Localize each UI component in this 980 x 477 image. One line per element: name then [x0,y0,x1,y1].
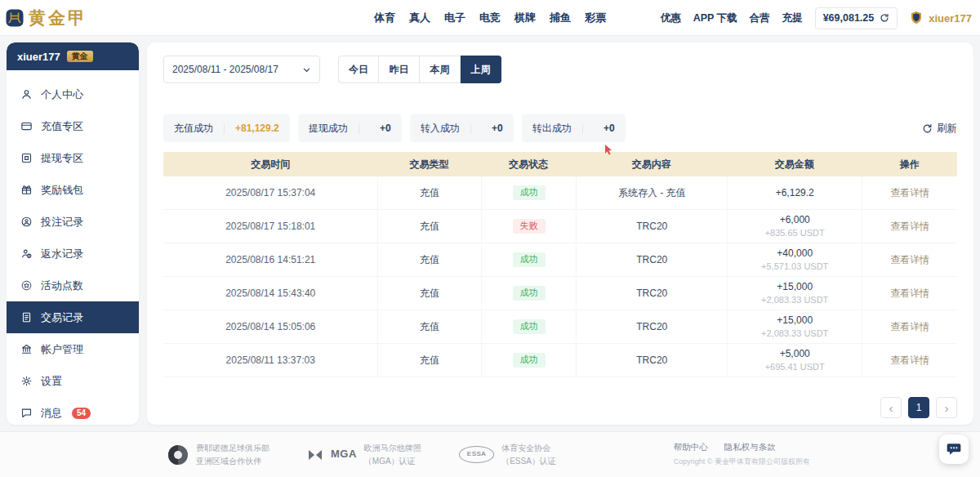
brand-logo[interactable]: 黄金甲 [5,7,87,29]
sidebar-item-messages[interactable]: 消息 54 [7,397,139,425]
nav-item-live-casino[interactable]: 真人 [409,11,430,25]
col-action: 操作 [862,158,957,172]
sidebar-item-account-management[interactable]: 帐户管理 [7,333,139,365]
sidebar-item-withdraw[interactable]: 提现专区 [7,142,139,174]
status-badge: 失败 [513,219,546,234]
cell-time: 2025/08/17 15:37:04 [163,176,377,209]
points-star-icon [20,279,33,292]
cell-amount: +6,129.2 [776,186,814,199]
gift-icon [20,184,33,196]
sidebar-item-activity-points[interactable]: 活动点数 [7,270,139,301]
sidebar-item-bet-records[interactable]: 投注记录 [7,206,139,238]
transaction-doc-icon [20,311,33,323]
copyright-text: Copyright © 黄金甲体育有限公司版权所有 [674,457,810,467]
link-app-download[interactable]: APP 下载 [693,11,737,25]
page-number-button[interactable]: 1 [908,397,929,418]
sidebar-item-rebate-records[interactable]: 返水记录 [7,238,139,270]
header-right: 优惠 APP 下载 合营 充提 ¥69,081.25 xiuer177 [661,0,972,36]
nav-item-fishing[interactable]: 捕鱼 [550,11,571,25]
view-details-link[interactable]: 查看详情 [890,354,929,368]
link-promotions[interactable]: 优惠 [661,11,681,25]
next-page-button[interactable]: › [936,397,957,418]
summary-transfer-in-success: 转入成功 +0 [410,114,514,142]
page-footer: 费耶诺德足球俱乐部 亚洲区域合作伙伴 MGA 欧洲马尔他牌照 （MGA）认证 E… [0,431,980,477]
customer-service-button[interactable] [939,435,969,464]
link-partnership[interactable]: 合营 [750,11,770,25]
status-badge: 成功 [513,319,546,334]
sidebar-item-label: 提现专区 [41,151,83,166]
tab-last-week[interactable]: 上周 [461,56,501,83]
view-details-link[interactable]: 查看详情 [890,220,929,234]
divider [582,123,583,134]
nav-item-slots[interactable]: 电子 [444,11,466,25]
table-row: 2025/08/14 15:43:40 充值 成功 TRC20 +15,000+… [163,277,957,310]
sidebar-item-label: 个人中心 [41,87,83,102]
rebate-icon [20,247,33,260]
view-details-link[interactable]: 查看详情 [890,287,929,301]
cell-type: 充值 [377,277,480,310]
refresh-button[interactable]: 刷新 [922,122,957,136]
divider [224,123,225,134]
status-badge: 成功 [513,353,546,368]
top-header: 黄金甲 体育 真人 电子 电竞 棋牌 捕鱼 彩票 优惠 APP 下载 合营 充提… [0,0,980,36]
nav-item-lottery[interactable]: 彩票 [585,11,606,25]
cell-time: 2025/08/17 15:18:01 [163,210,377,243]
tab-today[interactable]: 今日 [338,56,379,83]
col-time: 交易时间 [163,158,377,172]
balance-amount: ¥69,081.25 [823,12,875,24]
summary-label: 提现成功 [309,122,348,136]
sidebar-item-reward-wallet[interactable]: 奖励钱包 [7,174,139,206]
nav-item-chess[interactable]: 棋牌 [514,11,536,25]
unread-count-badge: 54 [72,408,91,419]
privacy-terms-link[interactable]: 隐私权与条款 [724,442,776,453]
cell-amount: +15,000 [777,280,813,293]
sidebar-item-deposit[interactable]: 充值专区 [7,110,139,142]
mga-logo-icon [307,448,323,461]
balance-box[interactable]: ¥69,081.25 [815,7,898,29]
sidebar-username: xiuer177 [17,51,60,63]
tab-yesterday[interactable]: 昨日 [379,56,420,83]
divider [470,123,471,134]
sidebar-menu: 个人中心 充值专区 提现专区 奖励钱包 投注记录 返水记录 活动点数 [7,70,139,425]
sidebar-item-transaction-records[interactable]: 交易记录 [7,301,139,333]
gear-icon [20,375,33,387]
cell-time: 2025/08/11 13:37:03 [163,344,377,377]
sidebar: xiuer177 黄金 个人中心 充值专区 提现专区 奖励钱包 投注记录 返水记… [7,42,139,425]
view-details-link[interactable]: 查看详情 [890,320,929,334]
sidebar-item-label: 活动点数 [41,279,83,293]
sidebar-item-label: 返水记录 [41,247,83,261]
date-range-select[interactable]: 2025/08/11 - 2025/08/17 [163,56,320,83]
col-amount: 交易金额 [727,158,862,172]
cell-type: 充值 [377,210,480,243]
cell-type: 充值 [377,310,480,343]
nav-item-esports[interactable]: 电竞 [479,11,501,25]
link-deposit-withdraw[interactable]: 充提 [782,11,803,25]
message-icon [20,407,33,419]
sidebar-item-profile[interactable]: 个人中心 [7,78,139,110]
view-details-link[interactable]: 查看详情 [890,253,929,267]
cell-time: 2025/08/16 14:51:21 [163,243,377,276]
transactions-table: 交易时间 交易类型 交易状态 交易内容 交易金额 操作 2025/08/17 1… [163,152,957,377]
table-row: 2025/08/11 13:37:03 充值 成功 TRC20 +5,000+6… [163,344,957,377]
sidebar-item-label: 消息 [41,406,62,421]
prev-page-button[interactable]: ‹ [880,397,902,418]
sidebar-item-label: 奖励钱包 [41,183,83,198]
summary-value: +81,129.2 [235,123,279,134]
bank-icon [20,343,33,355]
col-content: 交易内容 [576,158,727,172]
col-status: 交易状态 [481,158,577,172]
sidebar-item-settings[interactable]: 设置 [7,365,139,397]
transaction-records-panel: 2025/08/11 - 2025/08/17 今日 昨日 本周 上周 充值成功… [147,42,973,425]
bet-records-icon [20,216,33,228]
refresh-balance-icon[interactable] [880,13,889,23]
partner-essa: ESSA 体育安全协会 （ESSA）认证 [459,442,556,468]
user-icon [20,88,33,100]
header-username[interactable]: xiuer177 [929,12,972,25]
refresh-icon [922,123,933,134]
help-center-link[interactable]: 帮助中心 [674,442,708,453]
view-details-link[interactable]: 查看详情 [890,186,929,200]
tab-this-week[interactable]: 本周 [420,56,461,83]
table-row: 2025/08/17 15:18:01 充值 失败 TRC20 +6,000+8… [163,210,957,243]
chevron-down-icon [302,65,311,74]
nav-item-sports[interactable]: 体育 [374,11,395,25]
